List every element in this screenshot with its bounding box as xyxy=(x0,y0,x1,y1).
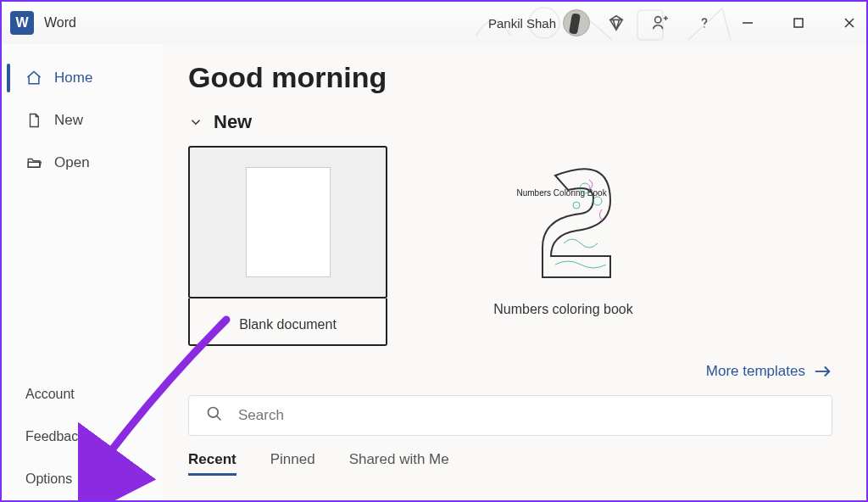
file-icon xyxy=(25,112,42,129)
template-numbers-coloring-book[interactable]: Numbers Coloring Book xyxy=(464,146,663,317)
recent-tabs: Recent Pinned Shared with Me xyxy=(188,451,832,476)
app-title: Word xyxy=(44,15,76,31)
word-logo: W xyxy=(10,11,34,35)
home-icon xyxy=(25,70,42,86)
search-input[interactable] xyxy=(238,407,815,424)
search-box[interactable] xyxy=(188,395,832,436)
svg-rect-5 xyxy=(794,19,803,27)
new-section-header[interactable]: New xyxy=(188,111,832,133)
more-templates-link[interactable]: More templates xyxy=(706,363,832,380)
svg-point-2 xyxy=(655,17,661,23)
sidebar-item-label: Account xyxy=(25,387,75,402)
tab-shared[interactable]: Shared with Me xyxy=(349,451,449,476)
svg-point-3 xyxy=(704,26,705,28)
svg-point-10 xyxy=(573,202,580,209)
section-title: New xyxy=(214,111,252,133)
sidebar-item-account[interactable]: Account xyxy=(2,373,163,416)
template-label: Numbers coloring book xyxy=(464,302,663,317)
svg-point-9 xyxy=(593,197,602,205)
sidebar-item-options[interactable]: Options xyxy=(2,458,163,500)
template-blank-document[interactable]: Blank document xyxy=(188,146,387,346)
folder-icon xyxy=(25,154,42,171)
header-icons xyxy=(607,14,714,32)
svg-line-13 xyxy=(217,416,221,421)
template-thumbnail: Numbers Coloring Book xyxy=(496,154,632,290)
window-controls xyxy=(739,14,858,31)
sidebar-item-open[interactable]: Open xyxy=(2,142,163,184)
sidebar-item-label: Open xyxy=(54,154,90,171)
sidebar-item-label: Options xyxy=(25,471,72,487)
sidebar-item-home[interactable]: Home xyxy=(2,57,163,99)
minimize-button[interactable] xyxy=(739,14,756,31)
tab-recent[interactable]: Recent xyxy=(188,451,236,476)
user-name[interactable]: Pankil Shah xyxy=(488,16,556,31)
search-icon xyxy=(206,405,223,426)
template-thumbnail xyxy=(188,146,387,298)
sidebar-item-label: New xyxy=(54,112,83,129)
svg-point-12 xyxy=(209,408,219,418)
user-avatar[interactable] xyxy=(563,9,590,36)
sidebar-item-new[interactable]: New xyxy=(2,99,163,142)
sidebar-item-label: Home xyxy=(54,70,92,86)
sidebar-item-label: Feedback xyxy=(25,429,85,444)
diamond-icon[interactable] xyxy=(607,14,626,32)
main-content: Good morning New Blank document Numbers … xyxy=(163,44,866,500)
feedback-icon[interactable] xyxy=(651,14,670,32)
greeting: Good morning xyxy=(188,61,832,94)
maximize-button[interactable] xyxy=(790,14,807,31)
tab-pinned[interactable]: Pinned xyxy=(270,451,315,476)
title-bar: W Word Pankil Shah xyxy=(2,2,866,44)
sidebar-item-feedback[interactable]: Feedback xyxy=(2,416,163,458)
template-label: Blank document xyxy=(190,317,386,332)
close-button[interactable] xyxy=(841,14,858,31)
help-icon[interactable] xyxy=(695,14,714,32)
chevron-down-icon xyxy=(188,114,203,130)
sidebar: Home New Open Account Feedback xyxy=(2,44,163,500)
